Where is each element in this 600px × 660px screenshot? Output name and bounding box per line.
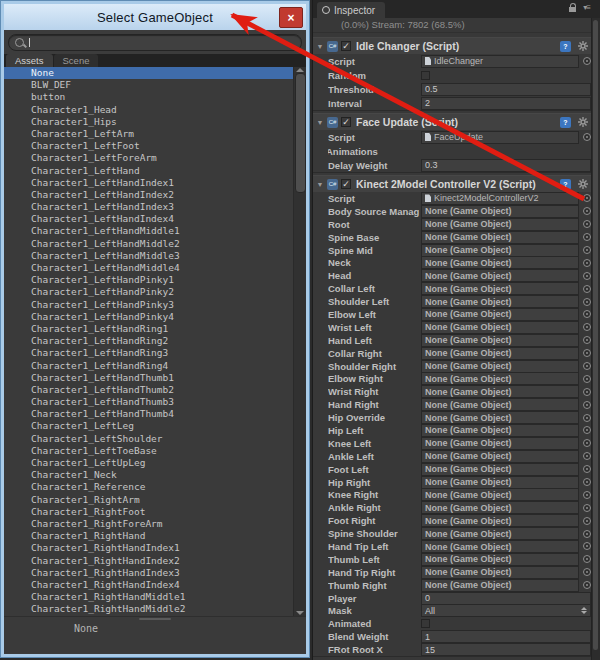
object-picker-icon[interactable] <box>583 285 591 293</box>
script-reference-field[interactable]: Kinect2ModelControllerV2 <box>421 192 579 205</box>
object-field[interactable]: None (Game Object) <box>421 488 579 501</box>
object-picker-icon[interactable] <box>583 414 591 422</box>
text-field[interactable]: 0.3 <box>421 159 591 172</box>
object-picker-icon[interactable] <box>583 133 591 141</box>
scrollbar-thumb[interactable] <box>295 73 306 193</box>
list-item[interactable]: Character1_LeftHandThumb1 <box>4 372 306 384</box>
object-field[interactable]: None (Game Object) <box>421 205 579 218</box>
list-item[interactable]: Character1_LeftHandIndex1 <box>4 177 306 189</box>
component-header[interactable]: ▼C#✓Idle Changer (Script)? <box>313 38 591 54</box>
object-field[interactable]: None (Game Object) <box>421 334 579 347</box>
list-item[interactable]: Character1_LeftHandThumb2 <box>4 384 306 396</box>
object-field[interactable]: None (Game Object) <box>421 540 579 553</box>
object-field[interactable]: None (Game Object) <box>421 360 579 373</box>
help-book-icon[interactable]: ? <box>560 179 571 190</box>
object-field[interactable]: None (Game Object) <box>421 244 579 257</box>
list-item[interactable]: Character1_LeftToeBase <box>4 445 306 457</box>
gear-icon[interactable] <box>578 37 588 55</box>
scroll-down-icon[interactable] <box>296 611 304 615</box>
object-field[interactable]: None (Game Object) <box>421 566 579 579</box>
search-input[interactable] <box>8 34 302 51</box>
object-picker-icon[interactable] <box>583 530 591 538</box>
help-book-icon[interactable]: ? <box>560 117 571 128</box>
script-reference-field[interactable]: FaceUpdate <box>421 131 579 144</box>
list-item[interactable]: Character1_RightHandIndex4 <box>4 579 306 591</box>
object-picker-icon[interactable] <box>583 310 591 318</box>
resize-gripper[interactable] <box>139 618 171 620</box>
object-field[interactable]: None (Game Object) <box>421 411 579 424</box>
list-item[interactable]: Character1_LeftArm <box>4 128 306 140</box>
list-item[interactable]: Character1_LeftHandMiddle4 <box>4 262 306 274</box>
object-field[interactable]: None (Game Object) <box>421 385 579 398</box>
object-picker-icon[interactable] <box>583 375 591 383</box>
object-field[interactable]: None (Game Object) <box>421 282 579 295</box>
object-field[interactable]: None (Game Object) <box>421 476 579 489</box>
inspector-scrollbar-thumb[interactable] <box>593 20 598 650</box>
object-field[interactable]: None (Game Object) <box>421 398 579 411</box>
component-enabled-checkbox[interactable]: ✓ <box>341 41 351 51</box>
help-book-icon[interactable]: ? <box>560 41 571 52</box>
object-field[interactable]: None (Game Object) <box>421 256 579 269</box>
object-picker-icon[interactable] <box>583 362 591 370</box>
list-item[interactable]: Character1_LeftHandIndex2 <box>4 189 306 201</box>
list-item[interactable]: Character1_LeftHandPinky4 <box>4 311 306 323</box>
object-picker-icon[interactable] <box>583 555 591 563</box>
object-picker-icon[interactable] <box>583 452 591 460</box>
foldout-open-icon[interactable]: ▼ <box>316 119 324 126</box>
object-field[interactable]: None (Game Object) <box>421 527 579 540</box>
object-picker-icon[interactable] <box>583 220 591 228</box>
list-item[interactable]: Character1_LeftFoot <box>4 140 306 152</box>
scroll-up-icon[interactable] <box>296 68 304 72</box>
object-picker-icon[interactable] <box>583 272 591 280</box>
object-field[interactable]: None (Game Object) <box>421 463 579 476</box>
list-item[interactable]: Character1_LeftUpLeg <box>4 457 306 469</box>
list-item[interactable]: Character1_RightFoot <box>4 506 306 518</box>
list-item[interactable]: Character1_LeftForeArm <box>4 152 306 164</box>
object-picker-icon[interactable] <box>583 336 591 344</box>
object-field[interactable]: None (Game Object) <box>421 295 579 308</box>
object-picker-icon[interactable] <box>583 388 591 396</box>
list-item[interactable]: Character1_LeftHandThumb4 <box>4 408 306 420</box>
field-checkbox[interactable] <box>421 71 430 80</box>
component-header[interactable]: ▼C#✓Face Update (Script)? <box>313 114 591 130</box>
field-checkbox[interactable] <box>421 619 430 628</box>
object-picker-icon[interactable] <box>583 426 591 434</box>
text-field[interactable]: 1 <box>421 630 591 643</box>
list-item[interactable]: Character1_LeftLeg <box>4 420 306 432</box>
object-picker-icon[interactable] <box>583 517 591 525</box>
list-item[interactable]: Character1_LeftShoulder <box>4 433 306 445</box>
text-field[interactable]: 2 <box>421 97 591 110</box>
list-item[interactable]: Character1_LeftHandPinky2 <box>4 286 306 298</box>
list-item[interactable]: Character1_LeftHandThumb3 <box>4 396 306 408</box>
list-scrollbar[interactable] <box>293 67 306 616</box>
object-picker-icon[interactable] <box>583 478 591 486</box>
foldout-open-icon[interactable]: ▼ <box>316 43 324 50</box>
object-field[interactable]: None (Game Object) <box>421 579 579 592</box>
object-picker-icon[interactable] <box>583 491 591 499</box>
component-enabled-checkbox[interactable]: ✓ <box>341 117 351 127</box>
object-picker-icon[interactable] <box>583 504 591 512</box>
list-item[interactable]: Character1_Head <box>4 104 306 116</box>
object-picker-icon[interactable] <box>583 465 591 473</box>
gameobject-list[interactable]: NoneBLW_DEFbuttonCharacter1_HeadCharacte… <box>4 67 306 616</box>
gear-icon[interactable] <box>578 175 588 193</box>
list-item[interactable]: Character1_LeftHandRing4 <box>4 360 306 372</box>
object-field[interactable]: None (Game Object) <box>421 514 579 527</box>
dialog-titlebar[interactable]: Select GameObject × <box>4 4 306 30</box>
list-item[interactable]: Character1_Neck <box>4 469 306 481</box>
tab-scene[interactable]: Scene <box>54 54 99 67</box>
object-field[interactable]: None (Game Object) <box>421 218 579 231</box>
object-picker-icon[interactable] <box>583 194 591 202</box>
component-header[interactable]: ▼C#✓Kinect 2Model Controller V2 (Script)… <box>313 176 591 192</box>
object-picker-icon[interactable] <box>583 349 591 357</box>
close-button[interactable]: × <box>279 7 303 28</box>
list-item[interactable]: Character1_RightHandMiddle1 <box>4 591 306 603</box>
object-field[interactable]: None (Game Object) <box>421 437 579 450</box>
list-item[interactable]: Character1_LeftHandRing2 <box>4 335 306 347</box>
list-item[interactable]: Character1_RightHand <box>4 530 306 542</box>
object-picker-icon[interactable] <box>583 323 591 331</box>
list-item[interactable]: Character1_LeftHandIndex4 <box>4 213 306 225</box>
object-field[interactable]: None (Game Object) <box>421 553 579 566</box>
object-picker-icon[interactable] <box>583 233 591 241</box>
list-item[interactable]: Character1_RightForeArm <box>4 518 306 530</box>
